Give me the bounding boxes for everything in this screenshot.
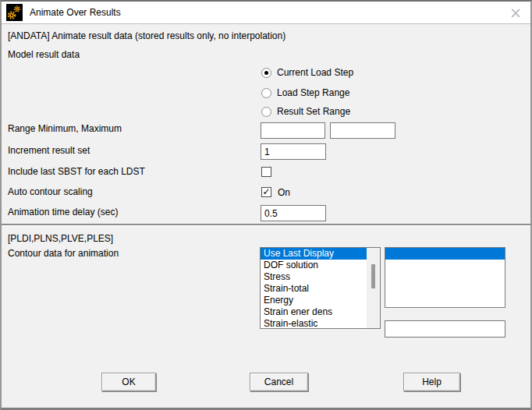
scrollbar-thumb[interactable] <box>371 264 375 288</box>
radio-label: Current Load Step <box>277 67 353 78</box>
cancel-button[interactable]: Cancel <box>250 373 308 391</box>
list-item[interactable]: Use Last Display <box>261 248 367 260</box>
close-icon[interactable]: × <box>505 3 526 23</box>
list-item[interactable]: DOF solution <box>261 260 367 271</box>
increment-label: Increment result set <box>8 145 90 156</box>
andata-command-note: [ANDATA] Animate result data (stored res… <box>8 30 286 41</box>
radio-label: Result Set Range <box>277 106 350 117</box>
auto-contour-checkbox-label: On <box>278 187 290 198</box>
selected-item-highlight[interactable] <box>385 248 505 260</box>
pldi-command-note: [PLDI,PLNS,PLVE,PLES] <box>8 233 113 244</box>
radio-label: Load Step Range <box>277 87 349 98</box>
animate-over-results-dialog: Animate Over Results × [ANDATA] Animate … <box>0 0 532 410</box>
auto-contour-label: Auto contour scaling <box>8 186 93 197</box>
radio-option-result-set-range[interactable]: Result Set Range <box>261 105 350 118</box>
contour-data-label: Contour data for animation <box>8 248 119 259</box>
auto-contour-checkbox[interactable] <box>261 187 271 197</box>
list-item[interactable]: Stress <box>261 271 367 283</box>
list-item[interactable]: Strain-total <box>261 283 367 295</box>
delay-input[interactable] <box>261 205 326 221</box>
section-divider <box>2 224 530 227</box>
list-item[interactable]: Strain ener dens <box>261 306 367 318</box>
radio-icon[interactable] <box>261 107 271 117</box>
delay-label: Animation time delay (sec) <box>8 207 118 217</box>
radio-icon[interactable] <box>261 88 271 98</box>
list-item[interactable]: Strain-elastic <box>261 318 367 328</box>
include-sbst-label: Include last SBST for each LDST <box>8 166 145 177</box>
category-list-scrollbar[interactable] <box>367 248 380 328</box>
help-button[interactable]: Help <box>403 373 460 391</box>
contour-category-listbox[interactable]: Use Last DisplayDOF solutionStressStrain… <box>260 247 381 329</box>
radio-option-current-load-step[interactable]: Current Load Step <box>261 66 353 79</box>
radio-icon[interactable] <box>261 68 271 78</box>
range-minimum-input[interactable] <box>261 122 325 139</box>
contour-category-list-items: Use Last DisplayDOF solutionStressStrain… <box>261 248 367 328</box>
range-maximum-input[interactable] <box>330 122 395 139</box>
list-item[interactable]: Energy <box>261 295 367 306</box>
contour-item-input[interactable] <box>385 320 505 338</box>
model-result-data-label: Model result data <box>8 49 80 60</box>
window-title: Animate Over Results <box>30 7 121 18</box>
radio-option-load-step-range[interactable]: Load Step Range <box>261 87 349 99</box>
contour-item-listbox[interactable] <box>385 247 505 308</box>
range-label: Range Minimum, Maximum <box>8 123 122 134</box>
increment-input[interactable] <box>261 143 326 160</box>
app-gears-icon <box>6 4 23 21</box>
ok-button[interactable]: OK <box>101 373 156 391</box>
titlebar: Animate Over Results × <box>2 2 530 24</box>
include-sbst-checkbox[interactable] <box>261 167 271 177</box>
